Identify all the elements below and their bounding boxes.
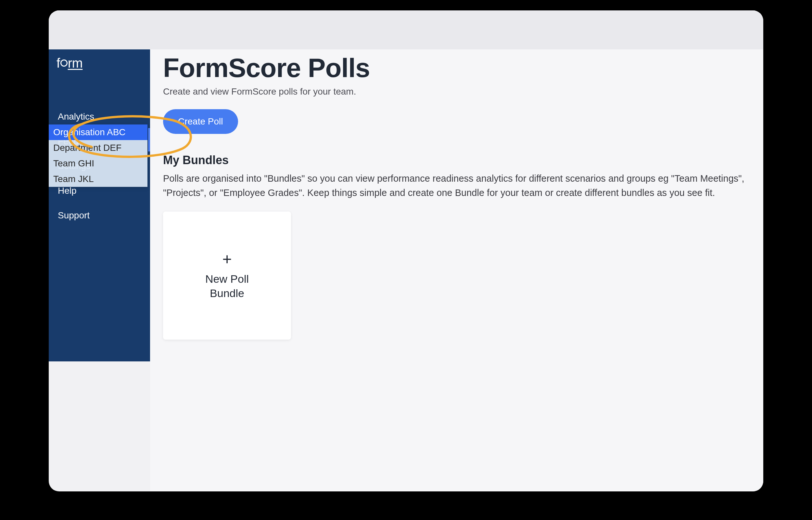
sidebar-item-support[interactable]: Support — [49, 203, 150, 228]
app-window: frm FormScore Polls Analytics Feed Setti… — [49, 10, 763, 491]
main-content: FormScore Polls Create and view FormScor… — [150, 49, 763, 491]
create-poll-button[interactable]: Create Poll — [163, 109, 238, 134]
org-option-department-def[interactable]: Department DEF — [49, 140, 147, 156]
org-option-label: Team JKL — [53, 174, 94, 184]
sidebar-item-label: Support — [58, 210, 90, 220]
logo-text-suffix: rm — [68, 56, 83, 70]
plus-icon: + — [222, 251, 231, 267]
page-title: FormScore Polls — [163, 53, 750, 83]
sidebar-item-label: Help — [58, 186, 77, 196]
active-nav-indicator — [148, 128, 150, 152]
sidebar: frm FormScore Polls Analytics Feed Setti… — [49, 49, 150, 361]
logo-o-icon — [60, 59, 67, 67]
organisation-dropdown[interactable]: Organisation ABC Department DEF Team GHI… — [49, 125, 147, 187]
org-option-label: Team GHI — [53, 158, 94, 168]
org-option-label: Organisation ABC — [53, 127, 126, 137]
org-option-team-jkl[interactable]: Team JKL — [49, 171, 147, 187]
create-poll-button-label: Create Poll — [178, 116, 223, 126]
org-option-organisation-abc[interactable]: Organisation ABC — [49, 125, 147, 140]
bundles-section-title: My Bundles — [163, 153, 750, 167]
bundles-section-description: Polls are organised into "Bundles" so yo… — [163, 172, 745, 200]
org-option-label: Department DEF — [53, 143, 121, 153]
new-bundle-label: New PollBundle — [205, 272, 249, 300]
logo-text-prefix: f — [57, 56, 60, 70]
org-option-team-ghi[interactable]: Team GHI — [49, 156, 147, 171]
logo: frm — [49, 49, 150, 80]
sidebar-item-label: Analytics — [58, 111, 94, 122]
organisation-dropdown-list: Organisation ABC Department DEF Team GHI… — [49, 125, 147, 187]
new-poll-bundle-card[interactable]: + New PollBundle — [163, 212, 291, 340]
page-subtitle: Create and view FormScore polls for your… — [163, 86, 750, 97]
window-topbar — [49, 10, 763, 49]
app-body: frm FormScore Polls Analytics Feed Setti… — [49, 49, 763, 491]
